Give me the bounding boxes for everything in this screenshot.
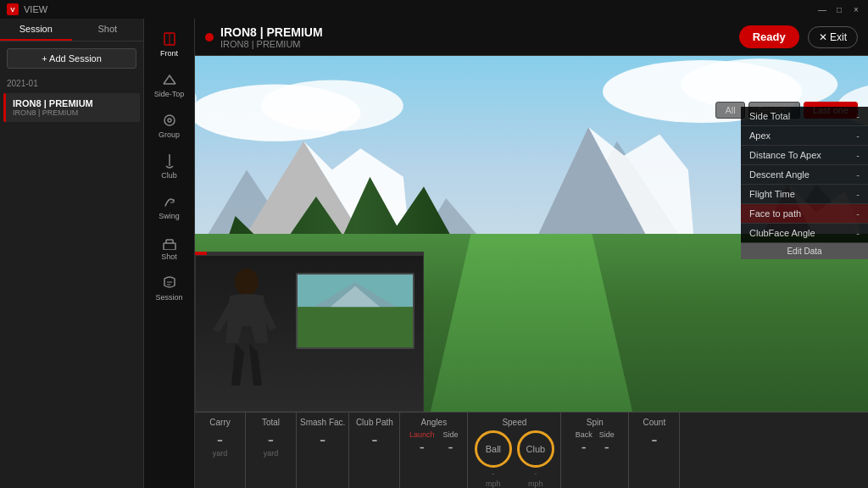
session-label: Session <box>155 293 182 302</box>
panel-label-face-to-path: Face to path <box>749 208 801 219</box>
carry-header: Carry <box>209 418 230 427</box>
launch-label: Launch <box>409 430 435 439</box>
swing-icon <box>161 193 178 210</box>
side-value: - <box>448 439 453 457</box>
svg-point-25 <box>235 269 259 296</box>
top-bar: IRON8 | PREMIUM IRON8 | PREMIUM Ready ✕ … <box>195 19 868 56</box>
main-content: IRON8 | PREMIUM IRON8 | PREMIUM Ready ✕ … <box>195 19 868 488</box>
right-panel: Side Total - Apex - Distance To Apex - D… <box>741 107 868 259</box>
panel-value-face-to-path: - <box>856 208 860 219</box>
club-icon <box>161 152 178 169</box>
main-layout: Session Shot + Add Session 2021-01 IRON8… <box>0 19 868 488</box>
metric-speed: Speed Ball - mph Club - mph <box>468 413 561 488</box>
progress-fill <box>195 252 207 255</box>
left-sidebar: Session Shot + Add Session 2021-01 IRON8… <box>0 19 144 488</box>
sidebar-item-group[interactable]: Group <box>144 107 194 144</box>
progress-bar <box>195 252 424 255</box>
angles-side: Side - <box>443 430 459 457</box>
sidebar-item-session[interactable]: Session <box>144 269 194 307</box>
angles-launch: Launch - <box>409 430 435 457</box>
side-label: Side <box>443 430 459 439</box>
panel-label-sidetotal: Side Total <box>749 111 790 121</box>
app-icon: V <box>7 3 19 15</box>
ball-unit: - <box>492 469 494 478</box>
spin-header: Spin <box>587 418 604 427</box>
session-date: 2021-01 <box>0 75 143 92</box>
metric-spin: Spin Back - Side - <box>561 413 629 488</box>
session-item[interactable]: IRON8 | PREMIUM IRON8 | PREMIUM <box>3 93 140 122</box>
spin-side-value: - <box>604 439 609 457</box>
maximize-button[interactable]: □ <box>834 4 844 14</box>
panel-row-clubface-angle: ClubFace Angle - <box>741 224 868 243</box>
panel-label-flight-time: Flight Time <box>749 189 795 199</box>
close-button[interactable]: × <box>851 4 861 14</box>
club-mph: mph <box>528 480 543 488</box>
svg-rect-6 <box>164 243 175 250</box>
total-value: - <box>268 430 274 449</box>
panel-value-descent-angle: - <box>856 169 860 180</box>
speed-header: Speed <box>502 418 526 427</box>
total-unit: yard <box>264 449 279 458</box>
sidebar-tabs: Session Shot <box>0 19 143 42</box>
icon-sidebar: Front Side-Top Group <box>144 19 195 488</box>
panel-row-descent-angle: Descent Angle - <box>741 165 868 185</box>
person-silhouette <box>204 267 289 411</box>
sidebar-item-swing[interactable]: Swing <box>144 188 194 225</box>
minimize-button[interactable]: — <box>817 4 827 14</box>
panel-row-distance-to-apex: Distance To Apex - <box>741 146 868 165</box>
device-info: IRON8 | PREMIUM IRON8 | PREMIUM <box>220 25 323 49</box>
title-bar: V VIEW — □ × <box>0 0 868 19</box>
angles-subvals: Launch - Side - <box>409 430 459 457</box>
ball-gauge: Ball <box>475 430 512 468</box>
shot-icon <box>161 234 178 251</box>
edit-data-button[interactable]: Edit Data <box>741 243 868 259</box>
spin-side-label: Side <box>599 430 615 439</box>
session-name: IRON8 | PREMIUM <box>13 98 133 108</box>
club-label: Club <box>161 171 177 180</box>
add-session-button[interactable]: + Add Session <box>7 48 136 69</box>
sidebar-item-shot[interactable]: Shot <box>144 229 194 266</box>
swing-label: Swing <box>159 212 180 220</box>
device-name: IRON8 | PREMIUM <box>220 25 323 39</box>
ball-label: Ball <box>486 444 501 454</box>
metrics-bar: Carry - yard Total - yard Smash Fac. - C… <box>195 412 868 488</box>
metric-angles: Angles Launch - Side - <box>400 413 468 488</box>
panel-value-distance-to-apex: - <box>856 150 860 160</box>
tab-session[interactable]: Session <box>0 19 72 41</box>
app-name: VIEW <box>24 4 47 14</box>
shot-label: Shot <box>161 252 177 261</box>
club-label: Club <box>526 444 546 454</box>
spin-group: Back - Side - <box>576 430 615 457</box>
spin-back: Back - <box>576 430 593 457</box>
smash-header: Smash Fac. <box>300 418 345 427</box>
group-icon <box>161 112 178 129</box>
sidebar-item-side-top[interactable]: Side-Top <box>144 66 194 103</box>
sidebar-item-club[interactable]: Club <box>144 147 194 185</box>
panel-row-face-to-path: Face to path - <box>741 204 868 224</box>
panel-label-distance-to-apex: Distance To Apex <box>749 150 821 160</box>
back-label: Back <box>576 430 593 439</box>
metric-clubpath: Club Path - <box>349 413 400 488</box>
tab-shot[interactable]: Shot <box>72 19 144 41</box>
panel-value-flight-time: - <box>856 189 860 199</box>
panel-row-sidetotal: Side Total - <box>741 107 868 126</box>
club-unit: - <box>534 469 537 478</box>
svg-point-4 <box>168 119 171 122</box>
count-value: - <box>651 430 657 449</box>
clubpath-header: Club Path <box>356 418 393 427</box>
panel-row-flight-time: Flight Time - <box>741 185 868 204</box>
back-value: - <box>581 439 587 457</box>
mini-screen <box>296 273 415 349</box>
ready-button[interactable]: Ready <box>739 25 799 48</box>
clubpath-value: - <box>371 430 377 449</box>
sidebar-item-front[interactable]: Front <box>144 25 194 63</box>
speed-ball: Ball - mph <box>475 430 512 488</box>
golf-scene: All Session Last one Side Total - Apex -… <box>195 56 868 412</box>
carry-value: - <box>217 430 223 449</box>
exit-button[interactable]: ✕ Exit <box>808 26 858 48</box>
recording-indicator <box>205 33 214 42</box>
panel-label-descent-angle: Descent Angle <box>749 169 810 180</box>
count-header: Count <box>643 418 666 427</box>
window-controls[interactable]: — □ × <box>817 4 861 14</box>
session-icon <box>161 274 178 291</box>
